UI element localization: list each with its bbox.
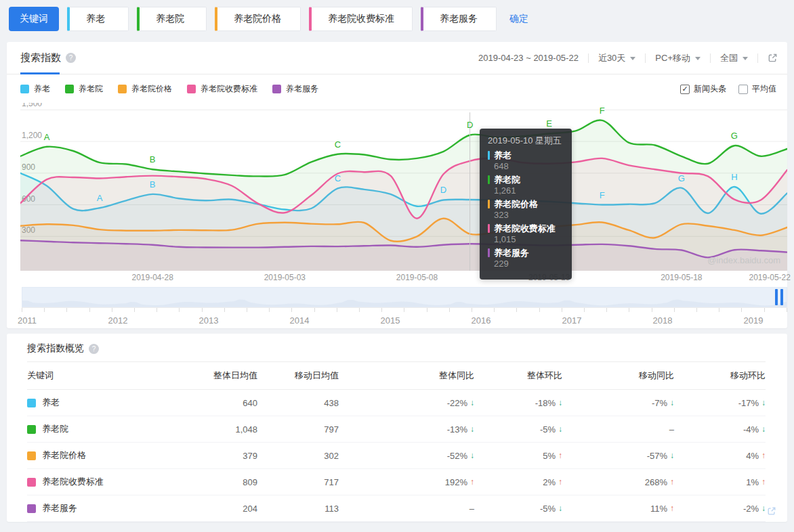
mobile-mom-cell: 1%↑ [674,477,766,487]
keyword-label: 养老 [42,397,60,409]
chevron-down-icon [743,57,748,60]
tab-label: 搜索指数 [20,51,61,64]
column-header: 整体同比 [339,370,474,382]
headline-marker-E[interactable]: E [546,118,552,129]
legend-item-3[interactable]: 养老院收费标准 [187,83,257,95]
checkbox-label: 新闻头条 [694,83,726,95]
keyword-swatch [27,425,36,434]
y-axis-tick-label: 1,500 [22,103,42,108]
x-axis-labels: 2019-04-282019-05-032019-05-082019-05-13… [20,271,787,284]
mobile-yoy-cell: 11%↑ [562,504,674,514]
external-link-icon[interactable] [768,53,778,63]
brush-handle-left[interactable] [775,289,778,305]
column-header: 移动日均值 [257,370,339,382]
table-row: 养老院1,048797-13%↓-5%↓–-4%↓ [27,416,766,443]
timeline-brush[interactable] [22,287,787,307]
keyword-input-1[interactable]: 养老院 [137,7,207,31]
legend-item-1[interactable]: 养老院 [65,83,103,95]
headline-marker-D[interactable]: D [467,120,473,130]
percent-value: – [469,504,474,514]
keyword-input-0[interactable]: 养老 [67,7,129,31]
keyword-input-3[interactable]: 养老院收费标准 [309,7,413,31]
series-color-bar [488,200,490,208]
overall-mom-cell: -5%↓ [474,424,562,435]
headline-marker-H[interactable]: H [731,172,737,182]
help-icon[interactable]: ? [89,344,99,354]
up-arrow-icon: ↑ [761,451,766,460]
headline-marker-F[interactable]: F [600,106,605,116]
mobile-avg-cell: 717 [257,477,339,487]
x-axis-tick-label: 2019-04-28 [131,273,173,282]
headline-marker-F[interactable]: F [600,190,605,200]
timeline-year-2016: 2016 [472,315,491,326]
headline-marker-A[interactable]: A [44,132,50,142]
headline-marker-C[interactable]: C [335,173,341,183]
legend-swatch [118,85,127,93]
x-axis-tick-label: 2019-05-18 [661,273,702,282]
help-icon[interactable]: ? [66,53,76,63]
percent-value: -57% [647,451,667,461]
tooltip-item: 养老 648 [488,150,564,171]
keyword-cell: 养老服务 [27,502,190,514]
mobile-yoy-cell: – [562,424,674,435]
keyword-label-button[interactable]: 关键词 [9,7,59,31]
trend-chart-canvas[interactable]: 3006009001,2001,500ABCDFGHABCDEFG [20,103,787,271]
timeline-year-2018: 2018 [653,315,673,326]
region-dropdown-value: 全国 [720,52,738,64]
range-dropdown[interactable]: 近30天 [598,52,635,64]
tooltip-item: 养老服务 229 [488,248,564,269]
column-header: 整体环比 [474,370,562,382]
legend-item-2[interactable]: 养老院价格 [118,83,172,95]
headline-marker-B[interactable]: B [150,154,156,164]
brush-handle-right[interactable] [780,289,783,305]
timeline-mini-chart [22,288,787,307]
percent-value: -7% [652,398,667,408]
device-dropdown[interactable]: PC+移动 [655,52,701,64]
legend-label: 养老服务 [286,83,318,95]
legend-label: 养老院 [79,83,103,95]
keyword-cell: 养老院 [27,423,190,435]
device-dropdown-value: PC+移动 [655,52,690,64]
percent-value: 268% [645,477,667,487]
average-checkbox[interactable]: 平均值 [738,83,776,95]
chart-legend: 养老 养老院 养老院价格 养老院收费标准 养老服务 [20,83,318,95]
percent-value: -22% [447,398,467,408]
divider [757,53,758,63]
mobile-avg-cell: 113 [257,504,339,514]
keyword-swatch [27,504,36,513]
legend-item-0[interactable]: 养老 [20,83,50,95]
percent-value: -13% [447,424,467,435]
headline-marker-B[interactable]: B [150,179,156,190]
headline-marker-A[interactable]: A [97,193,103,203]
panel-header: 搜索指数 ? 2019-04-23 ~ 2019-05-22 近30天 PC+移… [7,42,787,74]
keyword-input-4[interactable]: 养老服务 [421,7,497,31]
trend-chart[interactable]: 3006009001,2001,500ABCDFGHABCDEFG @index… [20,103,787,271]
external-link-icon[interactable] [767,506,776,518]
headline-marker-G[interactable]: G [731,131,738,141]
x-axis-tick-label: 2019-05-08 [396,273,438,282]
column-header: 整体日均值 [190,370,257,382]
timeline-year-2019: 2019 [744,315,764,326]
keyword-swatch [27,399,36,407]
keyword-input-2[interactable]: 养老院价格 [215,7,301,31]
legend-label: 养老 [34,83,50,95]
headlines-checkbox[interactable]: ✓ 新闻头条 [680,83,726,95]
keyword-label: 养老院收费标准 [42,476,104,488]
range-dropdown-value: 近30天 [598,52,625,64]
legend-item-4[interactable]: 养老服务 [272,83,318,95]
chevron-down-icon [630,57,635,60]
overall-mom-cell: -18%↓ [474,398,562,408]
headline-marker-G[interactable]: G [678,173,685,183]
overall-avg-cell: 204 [190,504,257,514]
headline-marker-D[interactable]: D [440,185,446,195]
column-header: 移动同比 [562,370,674,382]
legend-label: 养老院价格 [131,83,172,95]
confirm-button[interactable]: 确定 [509,13,528,25]
tab-search-index[interactable]: 搜索指数 ? [20,42,76,74]
region-dropdown[interactable]: 全国 [720,52,748,64]
date-range[interactable]: 2019-04-23 ~ 2019-05-22 [478,53,579,63]
percent-value: -5% [540,504,556,514]
headline-marker-C[interactable]: C [335,139,341,150]
table-header-row: 关键词整体日均值移动日均值整体同比整体环比移动同比移动环比 [27,361,766,390]
timeline: 201120122013201420152016201720182019 [22,287,787,328]
